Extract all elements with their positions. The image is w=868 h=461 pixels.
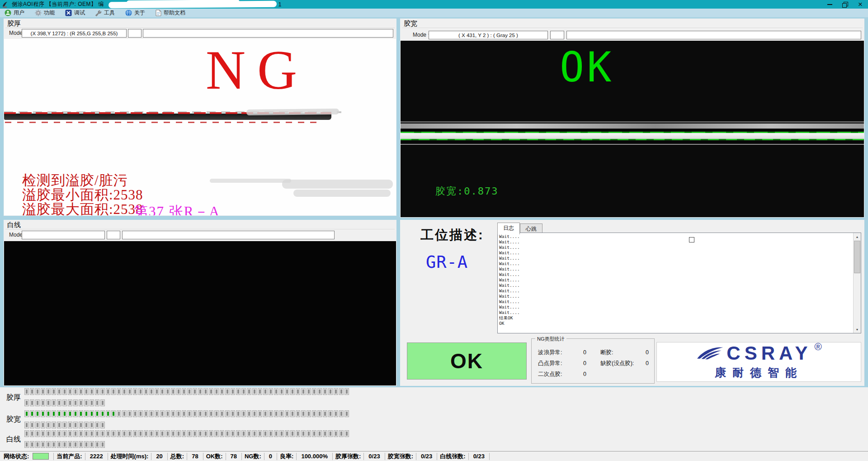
indicator-cell — [139, 389, 142, 394]
menu-item-调试[interactable]: 调试 — [61, 9, 92, 17]
log-list[interactable]: Wait....Wait....Wait....Wait....Wait....… — [497, 233, 861, 333]
menu-item-功能[interactable]: 功能 — [31, 9, 61, 17]
network-status-indicator — [33, 453, 49, 460]
indicator-cell — [101, 389, 104, 394]
indicator-cell — [182, 431, 186, 437]
width-coordinate-readout[interactable]: ( X 431, Y 2 ) : ( Gray 25 ) — [429, 31, 548, 39]
indicator-group-label: 胶宽 — [6, 415, 21, 424]
tab-日志[interactable]: 日志 — [497, 223, 520, 234]
indicator-cell — [150, 411, 153, 417]
indicator-cell — [198, 389, 202, 394]
ng-stat-label: 波浪异常: — [538, 349, 583, 356]
indicator-cell — [340, 389, 343, 394]
mode-label: Mode — [9, 30, 23, 36]
indicator-cell — [323, 389, 327, 394]
indicator-cell — [41, 431, 45, 437]
indicator-cell — [144, 431, 148, 437]
thickness-info-field[interactable] — [143, 29, 393, 38]
whiteline-info-field[interactable] — [122, 231, 335, 239]
indicator-cell — [133, 431, 137, 437]
indicator-cell — [36, 422, 39, 428]
indicator-cell — [74, 411, 77, 417]
menu-item-用户[interactable]: 用户 — [1, 9, 31, 17]
indicator-cell — [106, 389, 110, 394]
indicator-cell — [171, 431, 175, 437]
indicator-cell — [68, 422, 72, 428]
menu-item-关于[interactable]: 关于 — [122, 9, 152, 17]
defect-line-3: 溢胶最大面积:2538 — [22, 202, 143, 215]
status-label: 胶宽张数: — [385, 452, 416, 461]
indicator-group-label: 胶厚 — [6, 393, 21, 403]
status-value: 0/23 — [364, 453, 384, 460]
indicator-cell — [47, 422, 50, 428]
indicator-cell — [47, 431, 50, 437]
indicator-cell — [101, 431, 104, 437]
indicator-cell — [198, 431, 202, 437]
glue-line-stripe — [401, 140, 864, 144]
panel-glue-thickness: 胶厚 Mode (X 398,Y 1272) : (R 255,G 255,B … — [4, 19, 396, 216]
menu-bar: 用户功能调试工具关于帮助文档 — [0, 9, 868, 17]
indicator-cell — [258, 389, 262, 394]
indicator-cell — [345, 411, 349, 417]
image-indicator-area: 胶厚 胶宽 白线 — [0, 387, 868, 451]
indicator-cell — [231, 431, 235, 437]
log-scrollbar[interactable] — [853, 233, 861, 333]
close-button[interactable]: × — [853, 0, 868, 9]
indicator-cell — [307, 431, 311, 437]
status-label: OK数: — [203, 452, 226, 461]
indicator-cell — [79, 389, 83, 394]
width-small-field[interactable] — [550, 31, 564, 39]
width-result-text: OK — [560, 47, 614, 88]
whiteline-coordinate-readout[interactable] — [22, 231, 105, 239]
title-redaction-blob — [108, 0, 277, 8]
restore-button[interactable] — [837, 0, 853, 9]
whiteline-small-field[interactable] — [107, 231, 120, 239]
indicator-cell — [128, 431, 132, 437]
ng-stat-row: 断胶:0 — [600, 347, 649, 358]
indicator-cell — [52, 422, 56, 428]
scroll-down-icon[interactable] — [854, 326, 861, 333]
indicator-cell — [63, 422, 66, 428]
title-bar: 侧涂AOI程序 【当前用户: OEM】 编 1 × — [0, 0, 868, 9]
indicator-cell — [30, 411, 34, 417]
indicator-cell — [47, 400, 50, 406]
indicator-cell — [215, 389, 218, 394]
menu-item-帮助文档[interactable]: 帮助文档 — [152, 9, 192, 17]
glue-line-stripe — [401, 144, 864, 145]
indicator-cell — [25, 422, 28, 428]
indicator-row — [25, 389, 349, 394]
thickness-small-field[interactable] — [128, 29, 142, 38]
indicator-cell — [312, 389, 316, 394]
indicator-cell — [258, 411, 262, 417]
indicator-row — [25, 422, 104, 428]
width-info-field[interactable] — [566, 31, 861, 39]
indicator-cell — [36, 442, 39, 447]
panel-white-line: 白线 Mode — [4, 220, 396, 386]
redaction-smudge — [293, 190, 391, 197]
status-label: 白线张数: — [437, 452, 468, 461]
log-line: Wait.... — [499, 266, 852, 272]
menu-item-工具[interactable]: 工具 — [92, 9, 122, 17]
ng-stat-label: 二次点胶: — [538, 371, 583, 378]
thickness-coordinate-readout[interactable]: (X 398,Y 1272) : (R 255,G 255,B 255) — [22, 29, 127, 38]
indicator-cell — [52, 431, 56, 437]
scrollbar-thumb[interactable] — [854, 241, 860, 273]
panel-divider — [5, 229, 395, 229]
indicator-cell — [345, 389, 349, 394]
indicator-cell — [41, 411, 45, 417]
indicator-cell — [74, 442, 77, 447]
indicator-cell — [101, 411, 104, 417]
status-item: 白线张数:0/23 — [437, 451, 490, 461]
log-checkbox[interactable] — [689, 237, 694, 242]
indicator-cell — [101, 442, 104, 447]
indicator-cell — [345, 431, 349, 437]
indicator-cell — [52, 389, 56, 394]
minimize-button[interactable] — [822, 0, 837, 9]
scroll-up-icon[interactable] — [854, 233, 861, 240]
overall-result-button[interactable]: OK — [407, 342, 527, 380]
indicator-cell — [318, 411, 321, 417]
indicator-cell — [220, 389, 224, 394]
window-title-suffix: 1 — [278, 1, 282, 8]
indicator-cell — [204, 389, 208, 394]
indicator-cell — [166, 389, 170, 394]
